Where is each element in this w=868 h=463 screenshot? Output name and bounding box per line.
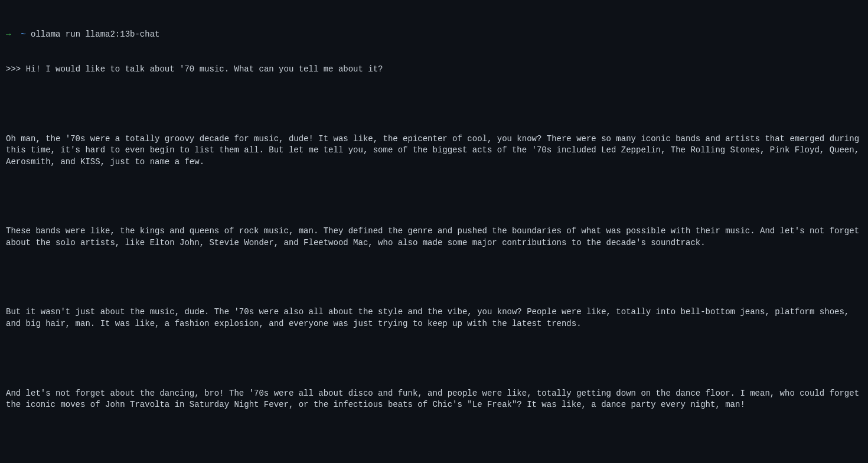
command-line: → ~ ollama run llama2:13b-chat (6, 29, 862, 41)
user-input-line-0: >>> Hi! I would like to talk about '70 m… (6, 64, 862, 76)
input-prefix: >>> (6, 64, 21, 74)
terminal-window[interactable]: → ~ ollama run llama2:13b-chat >>> Hi! I… (6, 6, 862, 463)
blank-line (6, 434, 862, 446)
blank-line (6, 353, 862, 365)
response-0-para-0: Oh man, the '70s were a totally groovy d… (6, 133, 862, 168)
blank-line (6, 99, 862, 110)
response-0-para-1: These bands were like, the kings and que… (6, 226, 862, 249)
prompt-path: ~ (21, 30, 25, 39)
response-0-para-2: But it wasn't just about the music, dude… (6, 307, 862, 330)
blank-line (6, 272, 862, 284)
response-0-para-3: And let's not forget about the dancing, … (6, 388, 862, 411)
blank-line (6, 191, 862, 203)
user-message-0: Hi! I would like to talk about '70 music… (26, 64, 383, 74)
command-text: ollama run llama2:13b-chat (31, 30, 159, 39)
prompt-arrow-icon: → (6, 30, 11, 39)
